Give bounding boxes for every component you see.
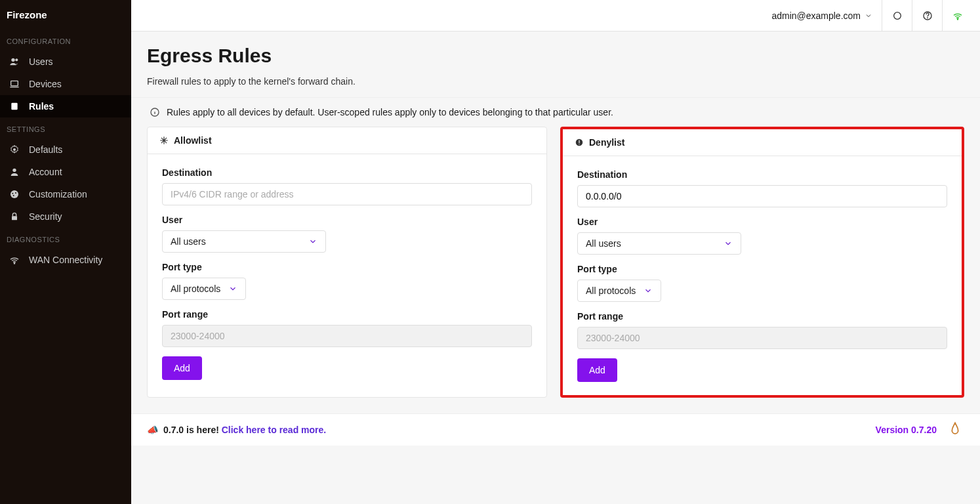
topbar-circle-button[interactable] (882, 0, 912, 31)
lock-icon (9, 211, 20, 222)
page-header: Egress Rules Firewall rules to apply to … (131, 32, 980, 97)
sidebar-item-users[interactable]: Users (0, 51, 131, 73)
allowlist-header: Allowlist (148, 127, 546, 154)
sidebar-item-account[interactable]: Account (0, 161, 131, 183)
sidebar-item-customization[interactable]: Customization (0, 183, 131, 205)
allow-port-type-select[interactable]: All protocols (162, 278, 246, 300)
allow-port-range-input (162, 325, 532, 347)
deny-destination-label: Destination (577, 169, 947, 180)
section-label-diagnostics: DIAGNOSTICS (0, 228, 131, 249)
deny-destination-input[interactable] (577, 185, 947, 207)
connectivity-button[interactable] (942, 0, 972, 31)
svg-point-6 (10, 190, 18, 198)
deny-port-type-label: Port type (577, 264, 947, 274)
deny-user-label: User (577, 217, 947, 227)
svg-point-0 (11, 58, 14, 62)
wifi-icon (9, 255, 20, 265)
sidebar-item-label: Account (29, 167, 62, 177)
denylist-icon (575, 138, 584, 147)
content: Egress Rules Firewall rules to apply to … (131, 32, 980, 504)
allow-port-type-value: All protocols (171, 284, 220, 294)
svg-rect-2 (11, 81, 18, 85)
user-email: admin@example.com (771, 10, 861, 21)
wifi-status-icon (952, 10, 963, 21)
denylist-panel: Denylist Destination User All users (560, 127, 964, 398)
svg-point-4 (13, 148, 16, 151)
sidebar-item-wan[interactable]: WAN Connectivity (0, 249, 131, 271)
svg-point-1 (15, 58, 18, 61)
svg-point-15 (957, 18, 958, 19)
sidebar-item-rules[interactable]: Rules (0, 95, 131, 117)
laptop-icon (9, 79, 20, 89)
megaphone-icon: 📣 (147, 425, 158, 435)
topbar: admin@example.com (131, 0, 980, 32)
allow-destination-label: Destination (162, 167, 532, 178)
svg-point-12 (893, 12, 901, 19)
help-button[interactable] (912, 0, 942, 31)
sidebar-item-label: Customization (29, 189, 87, 200)
deny-port-range-input (577, 327, 947, 349)
sidebar-item-security[interactable]: Security (0, 205, 131, 228)
allow-user-select[interactable]: All users (162, 230, 326, 253)
svg-point-7 (12, 193, 13, 194)
version-text: Version 0.7.20 (876, 425, 937, 435)
allowlist-panel: Allowlist Destination User All users (147, 127, 547, 398)
sidebar-item-label: WAN Connectivity (29, 255, 102, 265)
sidebar-item-label: Users (29, 56, 53, 67)
rules-icon (9, 101, 20, 112)
chevron-down-icon (724, 239, 733, 248)
gear-icon (9, 144, 20, 155)
announce-prefix: 0.7.0 is here! (163, 425, 219, 435)
panels: Allowlist Destination User All users (131, 127, 980, 413)
user-icon (9, 167, 20, 177)
svg-rect-3 (11, 103, 17, 110)
allow-port-range-label: Port range (162, 309, 532, 320)
palette-icon (9, 189, 20, 200)
allow-destination-input[interactable] (162, 183, 532, 205)
section-label-settings: SETTINGS (0, 117, 131, 138)
allow-user-label: User (162, 215, 532, 225)
footer: 📣 0.7.0 is here! Click here to read more… (131, 413, 980, 446)
svg-point-9 (13, 195, 14, 196)
sidebar-item-devices[interactable]: Devices (0, 73, 131, 95)
chevron-down-icon (308, 237, 317, 246)
svg-point-5 (12, 169, 16, 172)
help-icon (922, 10, 933, 21)
allow-user-value: All users (171, 236, 206, 247)
circle-icon (892, 10, 903, 21)
page-description: Firewall rules to apply to the kernel's … (147, 76, 964, 87)
allow-port-type-label: Port type (162, 262, 532, 272)
sidebar-item-defaults[interactable]: Defaults (0, 138, 131, 161)
section-label-configuration: CONFIGURATION (0, 30, 131, 51)
chevron-down-icon (228, 284, 237, 293)
allow-add-button[interactable]: Add (162, 356, 202, 380)
sidebar-item-label: Security (29, 211, 62, 222)
announce-link[interactable]: Click here to read more. (222, 425, 327, 435)
svg-point-8 (15, 192, 16, 194)
users-icon (9, 56, 20, 67)
denylist-header: Denylist (563, 129, 962, 156)
sidebar-item-label: Rules (29, 101, 54, 112)
sidebar-item-label: Devices (29, 79, 62, 89)
logo-icon (946, 421, 964, 439)
svg-point-11 (14, 263, 14, 264)
deny-user-select[interactable]: All users (577, 232, 741, 255)
page-title: Egress Rules (147, 45, 964, 67)
svg-rect-10 (12, 216, 17, 220)
svg-rect-20 (579, 140, 579, 144)
deny-user-value: All users (586, 238, 621, 249)
user-menu[interactable]: admin@example.com (762, 0, 882, 31)
chevron-down-icon (865, 12, 872, 20)
info-text: Rules apply to all devices by default. U… (167, 107, 613, 117)
deny-add-button[interactable]: Add (577, 358, 617, 382)
main: admin@example.com Egress Rules Firewall … (131, 0, 980, 504)
deny-port-type-select[interactable]: All protocols (577, 280, 661, 302)
allowlist-title: Allowlist (174, 135, 212, 146)
svg-point-21 (579, 144, 579, 144)
info-icon (150, 107, 160, 117)
sidebar: Firezone CONFIGURATION Users Devices Rul… (0, 0, 131, 504)
deny-port-range-label: Port range (577, 311, 947, 322)
brand: Firezone (0, 0, 131, 30)
info-banner: Rules apply to all devices by default. U… (131, 97, 980, 127)
deny-port-type-value: All protocols (586, 285, 636, 296)
